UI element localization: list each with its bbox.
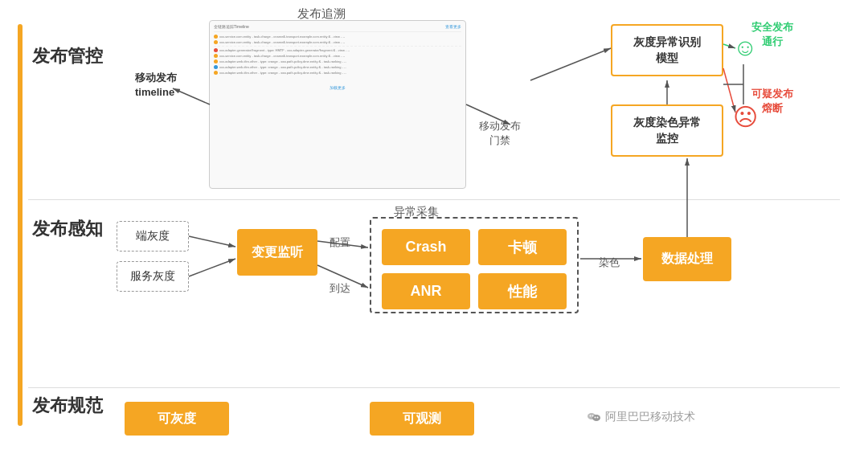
timeline-header-left: 全链路追踪Timeline: [214, 24, 249, 29]
svg-point-1: [592, 415, 600, 421]
box-guance-bottom: 可观测: [370, 402, 474, 436]
section-fabukongzhi: 发布管控: [32, 44, 103, 68]
label-daoda: 到达: [330, 281, 350, 296]
main-container: 发布管控 发布感知 发布规范 发布追溯 全链路追踪Timeline 查看更多 x…: [0, 0, 868, 454]
svg-point-2: [590, 415, 592, 417]
box-biangeng-jiantin: 变更监听: [237, 229, 317, 276]
label-ranse: 染色: [599, 256, 620, 270]
timeline-box: 全链路追踪Timeline 查看更多 xxx-service.com.entit…: [209, 20, 466, 189]
label-alibaba: 阿里巴巴移动技术: [587, 410, 695, 424]
svg-line-11: [530, 48, 611, 80]
label-yidongfabu-timeline: 移动发布timeline: [135, 71, 177, 100]
svg-line-14: [189, 259, 235, 276]
label-peizhi: 配置: [330, 235, 350, 250]
box-crash: Crash: [382, 229, 470, 265]
box-huidu-model: 灰度异常识别 模型: [611, 24, 723, 76]
svg-point-4: [595, 417, 596, 419]
svg-point-5: [597, 417, 599, 419]
section-fabugufan: 发布规范: [32, 394, 103, 418]
timeline-footer[interactable]: 加载更多: [330, 85, 346, 90]
face-smile-icon: ☺: [733, 34, 758, 61]
left-orange-bar: [18, 24, 23, 426]
divider-2: [28, 387, 840, 388]
label-yidongfabu-menjin: 移动发布门禁: [479, 119, 521, 148]
wechat-icon: [587, 410, 601, 424]
svg-line-19: [173, 88, 210, 104]
box-xingneng: 性能: [478, 273, 567, 309]
box-duan-huidu: 端灰度: [117, 221, 189, 252]
box-shuju-chuli: 数据处理: [643, 237, 731, 281]
box-fuwu-huidu: 服务灰度: [117, 261, 189, 292]
timeline-header-right[interactable]: 查看更多: [445, 24, 461, 29]
label-anquan-fabu: 安全发布通行: [751, 20, 793, 49]
box-katun: 卡顿: [478, 229, 567, 265]
section-fabuganzhi: 发布感知: [32, 217, 103, 241]
box-anr: ANR: [382, 273, 470, 309]
box-huidu-bottom: 可灰度: [125, 402, 229, 436]
box-huidu-ranse: 灰度染色异常 监控: [611, 104, 723, 157]
face-sad-icon: ☹: [733, 103, 758, 131]
svg-line-13: [189, 236, 235, 247]
divider-1: [28, 199, 840, 200]
svg-point-3: [592, 415, 594, 417]
